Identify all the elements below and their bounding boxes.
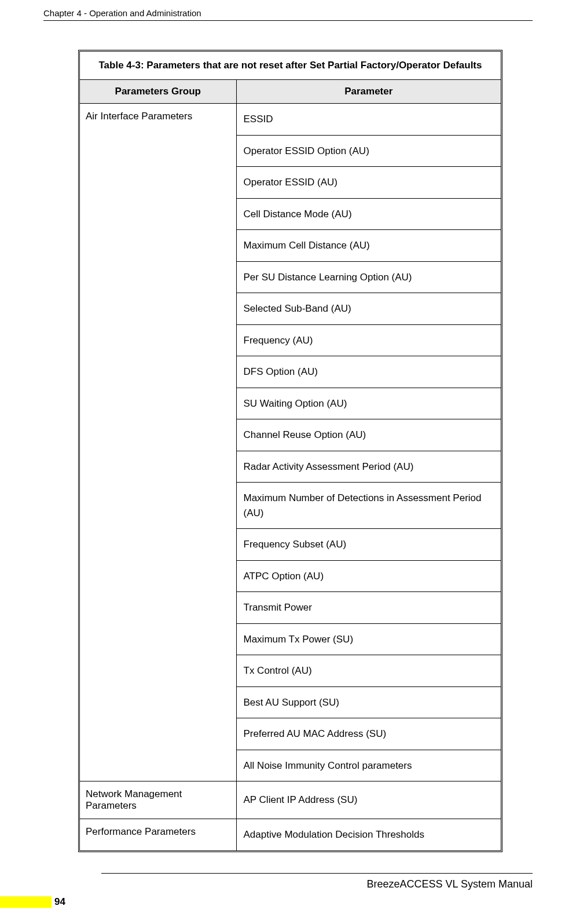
parameter-cell: Frequency Subset (AU) [236, 529, 501, 561]
parameters-table-container: Table 4-3: Parameters that are not reset… [78, 50, 502, 852]
manual-title: BreezeACCESS VL System Manual [43, 878, 533, 890]
table-body: Air Interface ParametersESSIDOperator ES… [80, 104, 501, 850]
group-cell: Network Management Parameters [80, 781, 236, 819]
parameter-cell: Frequency (AU) [236, 324, 501, 356]
table-header-row: Parameters Group Parameter [80, 80, 501, 104]
page-number: 94 [54, 896, 65, 908]
parameter-cell: Selected Sub-Band (AU) [236, 293, 501, 325]
parameters-table: Table 4-3: Parameters that are not reset… [80, 52, 501, 850]
group-cell: Air Interface Parameters [80, 104, 236, 781]
running-header: Chapter 4 - Operation and Administration [43, 8, 533, 21]
parameter-cell: Operator ESSID Option (AU) [236, 135, 501, 167]
column-header-group: Parameters Group [80, 80, 236, 104]
parameter-cell: SU Waiting Option (AU) [236, 388, 501, 419]
table-row: Air Interface ParametersESSID [80, 104, 501, 136]
parameter-cell: Channel Reuse Option (AU) [236, 419, 501, 451]
parameter-cell: ESSID [236, 104, 501, 136]
parameter-cell: ATPC Option (AU) [236, 560, 501, 592]
parameter-cell: Maximum Cell Distance (AU) [236, 230, 501, 262]
parameter-cell: Per SU Distance Learning Option (AU) [236, 261, 501, 293]
footer-rule [101, 873, 533, 874]
parameter-cell: Tx Control (AU) [236, 655, 501, 687]
table-row: Network Management ParametersAP Client I… [80, 781, 501, 819]
parameter-cell: AP Client IP Address (SU) [236, 781, 501, 819]
page-footer: BreezeACCESS VL System Manual 94 [0, 868, 576, 908]
group-cell: Performance Parameters [80, 819, 236, 850]
column-header-parameter: Parameter [236, 80, 501, 104]
parameter-cell: Operator ESSID (AU) [236, 167, 501, 199]
parameter-cell: Maximum Number of Detections in Assessme… [236, 483, 501, 529]
page-number-row: 94 [43, 896, 533, 908]
parameter-cell: Cell Distance Mode (AU) [236, 198, 501, 230]
parameter-cell: DFS Option (AU) [236, 356, 501, 388]
table-caption: Table 4-3: Parameters that are not reset… [80, 52, 501, 80]
parameter-cell: Maximum Tx Power (SU) [236, 623, 501, 655]
parameter-cell: Transmit Power [236, 592, 501, 624]
parameter-cell: All Noise Immunity Control parameters [236, 750, 501, 781]
page: Chapter 4 - Operation and Administration… [0, 0, 576, 924]
yellow-tab [0, 896, 51, 908]
table-caption-row: Table 4-3: Parameters that are not reset… [80, 52, 501, 80]
parameter-cell: Best AU Support (SU) [236, 686, 501, 718]
parameter-cell: Preferred AU MAC Address (SU) [236, 718, 501, 750]
table-row: Performance ParametersAdaptive Modulatio… [80, 819, 501, 850]
parameter-cell: Radar Activity Assessment Period (AU) [236, 451, 501, 483]
parameter-cell: Adaptive Modulation Decision Thresholds [236, 819, 501, 850]
